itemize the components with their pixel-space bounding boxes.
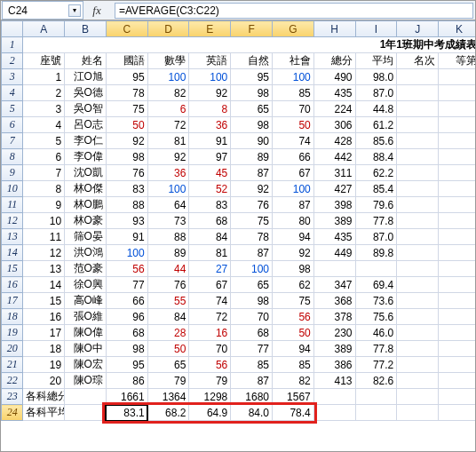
cell-C4[interactable]: 78	[106, 85, 147, 101]
cell-empty24-2[interactable]	[397, 405, 439, 421]
cell-C11[interactable]: 88	[106, 197, 147, 213]
col-header-J[interactable]: J	[397, 21, 439, 37]
avg-f[interactable]: 84.0	[231, 405, 273, 421]
cell-K4[interactable]	[439, 85, 475, 101]
cell-K7[interactable]	[439, 133, 475, 149]
cell-E9[interactable]: 45	[189, 165, 231, 181]
cell-K5[interactable]	[439, 101, 475, 117]
cell-empty23-3[interactable]	[439, 389, 475, 405]
spreadsheet-grid[interactable]: ABCDEFGHIJK11年1班期中考成績表2座號姓名國語數學英語自然社會總分平…	[1, 20, 475, 451]
cell-K12[interactable]	[439, 213, 475, 229]
name-box[interactable]: C24 ▾	[2, 1, 83, 20]
header-C[interactable]: 國語	[106, 53, 147, 69]
cell-B8[interactable]: 李O偉	[65, 149, 107, 165]
cell-G3[interactable]: 100	[273, 69, 314, 85]
cell-A9[interactable]: 7	[23, 165, 65, 181]
cell-E3[interactable]: 100	[189, 69, 231, 85]
row-header-10[interactable]: 10	[2, 181, 23, 197]
cell-G4[interactable]: 85	[273, 85, 314, 101]
cell-I3[interactable]: 98.0	[355, 69, 397, 85]
cell-A17[interactable]: 15	[23, 293, 65, 309]
cell-H4[interactable]: 435	[313, 85, 355, 101]
cell-J21[interactable]	[397, 357, 439, 373]
cell-F13[interactable]: 78	[231, 229, 273, 245]
cell-H10[interactable]: 427	[313, 181, 355, 197]
cell-G19[interactable]: 50	[273, 325, 314, 341]
cell-F9[interactable]: 87	[231, 165, 273, 181]
cell-J8[interactable]	[397, 149, 439, 165]
cell-D10[interactable]: 100	[147, 181, 189, 197]
cell-J9[interactable]	[397, 165, 439, 181]
col-header-G[interactable]: G	[273, 21, 314, 37]
cell-G21[interactable]: 85	[273, 357, 314, 373]
cell-C7[interactable]: 92	[106, 133, 147, 149]
row-header-8[interactable]: 8	[2, 149, 23, 165]
cell-C18[interactable]: 96	[106, 309, 147, 325]
header-H[interactable]: 總分	[313, 53, 355, 69]
cell-E20[interactable]: 70	[189, 341, 231, 357]
col-header-F[interactable]: F	[231, 21, 273, 37]
cell-E15[interactable]: 27	[189, 261, 231, 277]
col-header-D[interactable]: D	[147, 21, 189, 37]
cell-I8[interactable]: 88.4	[355, 149, 397, 165]
cell-B15[interactable]: 范O豪	[65, 261, 107, 277]
cell-I11[interactable]: 79.6	[355, 197, 397, 213]
cell-C6[interactable]: 50	[106, 117, 147, 133]
cell-I13[interactable]: 87.0	[355, 229, 397, 245]
cell-K13[interactable]	[439, 229, 475, 245]
row-header-17[interactable]: 17	[2, 293, 23, 309]
cell-E11[interactable]: 83	[189, 197, 231, 213]
cell-D5[interactable]: 6	[147, 101, 189, 117]
cell-C16[interactable]: 77	[106, 277, 147, 293]
cell-I4[interactable]: 87.0	[355, 85, 397, 101]
cell-H16[interactable]: 347	[313, 277, 355, 293]
cell-E22[interactable]: 79	[189, 373, 231, 389]
cell-K16[interactable]	[439, 277, 475, 293]
cell-empty23-0[interactable]	[313, 389, 355, 405]
cell-A14[interactable]: 12	[23, 245, 65, 261]
cell-I9[interactable]: 62.2	[355, 165, 397, 181]
header-K[interactable]: 等第	[439, 53, 475, 69]
cell-B12[interactable]: 林O豪	[65, 213, 107, 229]
cell-F12[interactable]: 75	[231, 213, 273, 229]
cell-A20[interactable]: 18	[23, 341, 65, 357]
cell-I18[interactable]: 75.6	[355, 309, 397, 325]
header-F[interactable]: 自然	[231, 53, 273, 69]
cell-A19[interactable]: 17	[23, 325, 65, 341]
cell-G15[interactable]: 98	[273, 261, 314, 277]
cell-empty23-1[interactable]	[355, 389, 397, 405]
header-J[interactable]: 名次	[397, 53, 439, 69]
cell-G8[interactable]: 66	[273, 149, 314, 165]
cell-D12[interactable]: 73	[147, 213, 189, 229]
cell-H9[interactable]: 311	[313, 165, 355, 181]
cell-H18[interactable]: 378	[313, 309, 355, 325]
cell-empty24-1[interactable]	[355, 405, 397, 421]
cell-E16[interactable]: 67	[189, 277, 231, 293]
cell-E17[interactable]: 74	[189, 293, 231, 309]
cell-J11[interactable]	[397, 197, 439, 213]
avg-d[interactable]: 68.2	[147, 405, 189, 421]
cell-G13[interactable]: 94	[273, 229, 314, 245]
cell-I5[interactable]: 44.8	[355, 101, 397, 117]
cell-B22[interactable]: 陳O琮	[65, 373, 107, 389]
cell-D20[interactable]: 50	[147, 341, 189, 357]
cell-B18[interactable]: 張O維	[65, 309, 107, 325]
cell-D22[interactable]: 79	[147, 373, 189, 389]
header-D[interactable]: 數學	[147, 53, 189, 69]
cell-B21[interactable]: 陳O宏	[65, 357, 107, 373]
cell-E12[interactable]: 68	[189, 213, 231, 229]
row-header-7[interactable]: 7	[2, 133, 23, 149]
cell-A12[interactable]: 10	[23, 213, 65, 229]
cell-E13[interactable]: 84	[189, 229, 231, 245]
cell-E10[interactable]: 52	[189, 181, 231, 197]
cell-J16[interactable]	[397, 277, 439, 293]
cell-H11[interactable]: 398	[313, 197, 355, 213]
cell-F19[interactable]: 68	[231, 325, 273, 341]
cell-A22[interactable]: 20	[23, 373, 65, 389]
cell-empty23-2[interactable]	[397, 389, 439, 405]
cell-K19[interactable]	[439, 325, 475, 341]
header-I[interactable]: 平均	[355, 53, 397, 69]
cell-K6[interactable]	[439, 117, 475, 133]
cell-B10[interactable]: 林O傑	[65, 181, 107, 197]
cell-K10[interactable]	[439, 181, 475, 197]
